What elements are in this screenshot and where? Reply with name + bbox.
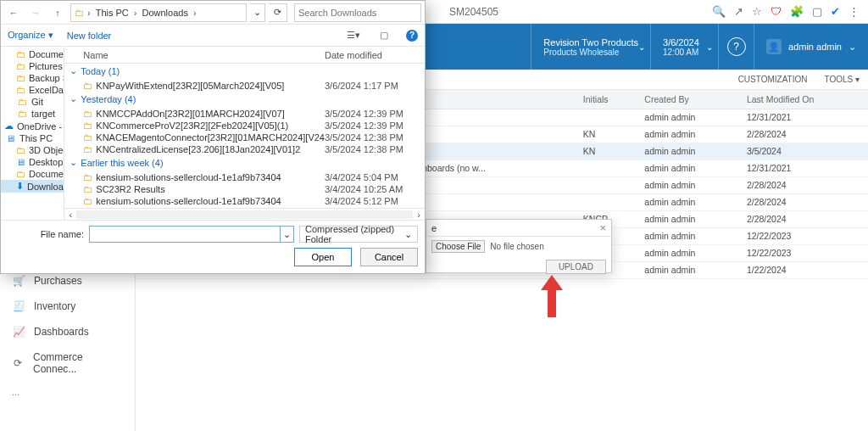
nav-tree[interactable]: 🗀Documents📌🗀Pictures📌🗀Backup SC OP🗀Excel…: [1, 47, 64, 220]
tree-item-label: Documents: [29, 169, 64, 179]
path-dropdown-icon[interactable]: ⌄: [250, 3, 265, 22]
grid-cell: admin admin: [637, 143, 740, 160]
new-folder-button[interactable]: New folder: [67, 31, 112, 41]
col-name[interactable]: Name: [64, 50, 325, 60]
sidebar-item-label: Dashboards: [34, 326, 89, 338]
file-item[interactable]: 🗀SC23R2 Results3/4/2024 10:25 AM: [64, 183, 425, 195]
view-options-icon[interactable]: ☰▾: [345, 28, 362, 43]
file-group-header[interactable]: Earlier this week (4): [64, 155, 425, 171]
help-icon[interactable]: ?: [406, 30, 418, 42]
grid-column-header[interactable]: Initials: [576, 90, 637, 109]
file-name-label: File name:: [8, 229, 84, 239]
puzzle-icon[interactable]: 🧩: [790, 5, 804, 18]
sidebar-icon: 🛒: [12, 275, 25, 287]
tree-item[interactable]: 🖥Desktop: [1, 156, 64, 168]
file-item[interactable]: 🗀KNACEMagentoConnector[23R2][01MARCH2024…: [64, 132, 425, 143]
sidebar-icon: 📈: [12, 326, 25, 338]
help-button[interactable]: ?: [718, 24, 754, 70]
tree-item[interactable]: ☁OneDrive - Kensiu: [1, 120, 64, 132]
chevron-down-icon: ⌄: [706, 42, 713, 52]
file-item[interactable]: 🗀KNMCCPAddOn[23R2][01MARCH2024][V07]3/5/…: [64, 108, 425, 120]
chevron-down-icon: ⌄: [404, 229, 412, 240]
window-icon[interactable]: ▢: [812, 5, 822, 18]
horizontal-scrollbar[interactable]: ‹ ›: [64, 208, 425, 220]
sidebar-item-label: Purchases: [34, 275, 82, 287]
customization-menu[interactable]: CUSTOMIZATION: [738, 75, 808, 84]
magnify-icon[interactable]: 🔍: [712, 5, 726, 18]
file-date: 3/6/2024 1:17 PM: [325, 81, 425, 91]
search-input[interactable]: [298, 8, 417, 18]
grid-cell: 3/5/2024: [740, 143, 868, 160]
sidebar-item-label: Inventory: [34, 300, 75, 312]
search-box[interactable]: [294, 3, 421, 22]
tree-item[interactable]: 🗀3D Objects: [1, 144, 64, 156]
refresh-icon[interactable]: ⟳: [269, 3, 287, 22]
nav-back-icon[interactable]: ←: [4, 3, 23, 22]
upload-button[interactable]: UPLOAD: [546, 260, 606, 274]
file-item[interactable]: 🗀KNPayWithExtend[23R2][05March2024][V05]…: [64, 80, 425, 92]
organize-menu[interactable]: Organize ▾: [8, 30, 53, 41]
nav-up-icon[interactable]: ↑: [48, 3, 67, 22]
file-item[interactable]: 🗀kensium-solutions-sellercloud-1e1af9b73…: [64, 195, 425, 207]
sidebar-icon: 🧾: [12, 300, 25, 312]
file-name: KNPayWithExtend[23R2][05March2024][V05]: [96, 81, 284, 91]
sidebar-item[interactable]: 📈Dashboards: [0, 319, 135, 344]
cancel-button[interactable]: Cancel: [360, 248, 418, 266]
tree-item[interactable]: 🖥This PC: [1, 132, 64, 144]
tree-item[interactable]: ⬇Downloads: [1, 180, 64, 193]
check-shield-icon[interactable]: ✔: [831, 5, 840, 18]
company-selector[interactable]: Revision Two Products Products Wholesale…: [531, 24, 650, 70]
open-button[interactable]: Open: [294, 248, 352, 266]
close-icon[interactable]: ×: [599, 221, 606, 234]
tree-item[interactable]: 🗀Backup SC OP: [1, 72, 64, 84]
star-icon[interactable]: ☆: [752, 5, 762, 18]
breadcrumb-folder[interactable]: Downloads: [140, 8, 189, 18]
grid-cell: 12/31/2021: [740, 160, 868, 176]
file-date: 3/5/2024 12:39 PM: [325, 120, 425, 131]
company-name: Revision Two Products: [543, 37, 638, 48]
file-item[interactable]: 🗀KNCentralizedLicense[23.206][18Jan2024]…: [64, 143, 425, 155]
share-icon[interactable]: ↗: [734, 5, 743, 18]
file-item[interactable]: 🗀kensium-solutions-sellercloud-1e1af9b73…: [64, 171, 425, 183]
sidebar-item[interactable]: 🧾Inventory: [0, 294, 135, 319]
tools-menu[interactable]: TOOLS ▾: [825, 75, 860, 84]
file-item[interactable]: 🗀KNCommerceProV2[23R2][2Feb2024][V05](1)…: [64, 120, 425, 132]
tree-item-label: Downloads: [27, 182, 64, 192]
file-group-header[interactable]: Today (1): [64, 64, 425, 80]
preview-pane-icon[interactable]: ▢: [376, 28, 392, 43]
scroll-left-icon[interactable]: ‹: [64, 210, 76, 220]
file-name: kensium-solutions-sellercloud-1e1af9b734…: [96, 172, 281, 182]
file-group-header[interactable]: Yesterday (4): [64, 92, 425, 108]
tree-item[interactable]: 🗀ExcelDataSheet: [1, 84, 64, 96]
chevron-down-icon: ⌄: [638, 42, 645, 52]
sidebar-more[interactable]: ...: [0, 382, 135, 402]
file-name-dropdown-icon[interactable]: ⌄: [281, 226, 294, 243]
tree-item[interactable]: 🗀target: [1, 108, 64, 120]
scroll-right-icon[interactable]: ›: [413, 210, 425, 220]
breadcrumb-root[interactable]: This PC: [94, 8, 131, 18]
grid-cell: [576, 193, 637, 210]
column-headers[interactable]: Name Date modified: [64, 47, 425, 64]
grid-column-header[interactable]: Last Modified On: [740, 90, 868, 109]
menu-dots-icon[interactable]: ⋮: [849, 5, 860, 18]
nav-forward-icon[interactable]: →: [26, 3, 45, 22]
grid-column-header[interactable]: Created By: [637, 90, 740, 109]
file-name-input[interactable]: [89, 226, 281, 243]
col-date[interactable]: Date modified: [325, 50, 425, 60]
file-date: 3/5/2024 12:38 PM: [325, 144, 425, 154]
tree-item-label: Backup SC OP: [29, 73, 64, 83]
tree-item[interactable]: 🗀Git: [1, 96, 64, 108]
sidebar-item[interactable]: ⟳Commerce Connec...: [0, 344, 135, 382]
chevron-right-icon: ›: [86, 8, 92, 18]
tree-item[interactable]: 🗀Pictures📌: [1, 60, 64, 72]
breadcrumb[interactable]: 🗀 › This PC › Downloads ›: [70, 3, 247, 22]
tree-item[interactable]: 🗀Documents: [1, 168, 64, 180]
cloud-icon: ☁: [4, 120, 14, 132]
user-menu[interactable]: 👤 admin admin ⌄: [754, 24, 868, 70]
choose-file-button[interactable]: Choose File: [431, 240, 485, 253]
grid-cell: admin admin: [637, 160, 740, 176]
file-type-filter[interactable]: Compressed (zipped) Folder ⌄: [299, 226, 418, 243]
tree-item[interactable]: 🗀Documents📌: [1, 48, 64, 60]
business-date-selector[interactable]: 3/6/2024 12:00 AM ⌄: [650, 24, 718, 70]
shield-icon[interactable]: 🛡: [771, 5, 782, 18]
